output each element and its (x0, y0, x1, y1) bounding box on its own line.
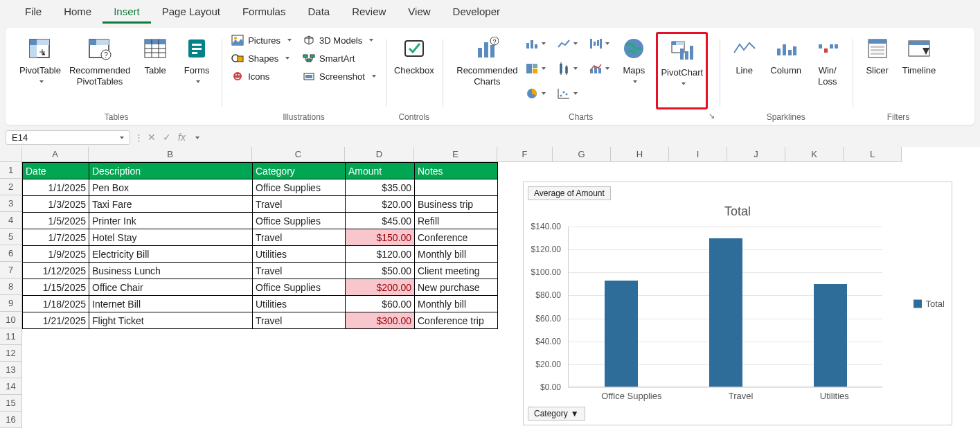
charts-dialog-launcher[interactable]: ↘ (707, 111, 717, 121)
fx-button[interactable]: fx (178, 132, 186, 143)
cells-area[interactable]: DateDescriptionCategoryAmountNotes 1/1/2… (22, 162, 980, 428)
cell[interactable]: Monthly bill (415, 296, 498, 312)
screenshot-button[interactable]: Screenshot (299, 68, 380, 85)
cell[interactable]: Internet Bill (89, 296, 253, 312)
cell[interactable]: Taxi Fare (89, 196, 253, 213)
sparkline-winloss-button[interactable]: Win/ Loss (808, 32, 847, 109)
col-header-J[interactable]: J (727, 147, 785, 162)
statistic-chart-button[interactable] (555, 57, 580, 80)
cell[interactable]: Business trip (415, 196, 498, 213)
cell[interactable]: $200.00 (346, 279, 415, 296)
table-row[interactable]: 1/7/2025Hotel StayTravel$150.00Conferenc… (23, 229, 498, 246)
shapes-button[interactable]: Shapes (227, 50, 296, 67)
row-header-8[interactable]: 8 (0, 279, 22, 295)
table-row[interactable]: 1/18/2025Internet BillUtilities$60.00Mon… (23, 296, 498, 312)
spreadsheet-grid[interactable]: ABCDEFGHIJKL 12345678910111213141516 Dat… (0, 147, 980, 433)
select-all-corner[interactable] (0, 147, 22, 162)
row-header-11[interactable]: 11 (0, 328, 22, 345)
pictures-button[interactable]: Pictures (227, 32, 296, 48)
table-row[interactable]: 1/5/2025Printer InkOffice Supplies$45.00… (23, 213, 498, 229)
menu-page-layout[interactable]: Page Layout (151, 1, 231, 24)
cell[interactable]: $20.00 (346, 196, 415, 213)
cell[interactable]: $50.00 (346, 263, 415, 279)
pivot-chart[interactable]: Average of Amount Total $0.00$20.00$40.0… (523, 182, 952, 425)
cell[interactable]: Refill (415, 213, 498, 229)
menu-review[interactable]: Review (341, 1, 397, 24)
table-row[interactable]: 1/15/2025Office ChairOffice Supplies$200… (23, 279, 498, 296)
col-header-C[interactable]: C (252, 147, 345, 162)
col-header-E[interactable]: E (414, 147, 497, 162)
cell[interactable]: $150.00 (346, 229, 415, 246)
bar-travel[interactable] (709, 238, 742, 387)
recommended-charts-button[interactable]: ? Recommended Charts (454, 32, 520, 109)
recommended-pivottables-button[interactable]: ? Recommended PivotTables (66, 32, 133, 109)
cell[interactable]: New purchase (415, 279, 498, 296)
checkbox-button[interactable]: Checkbox (391, 32, 437, 109)
cell[interactable]: 1/3/2025 (23, 196, 89, 213)
col-header-B[interactable]: B (89, 147, 252, 162)
row-header-5[interactable]: 5 (0, 229, 22, 245)
row-header-14[interactable]: 14 (0, 378, 22, 395)
3d-models-button[interactable]: 3D Models (299, 32, 380, 48)
cell[interactable]: $300.00 (346, 312, 415, 329)
row-header-4[interactable]: 4 (0, 212, 22, 229)
cell[interactable]: $120.00 (346, 246, 415, 263)
table-row[interactable]: 1/9/2025Electricity BillUtilities$120.00… (23, 246, 498, 263)
slicer-button[interactable]: Slicer (858, 32, 897, 109)
cell[interactable]: Flight Ticket (89, 312, 253, 329)
cell[interactable]: Client meeting (415, 263, 498, 279)
cell[interactable]: Travel (253, 263, 346, 279)
scatter-chart-button[interactable] (555, 82, 580, 105)
col-header-A[interactable]: A (22, 147, 89, 162)
cell[interactable]: 1/21/2025 (23, 312, 89, 329)
sparkline-column-button[interactable]: Column (767, 32, 805, 109)
cell[interactable]: Electricity Bill (89, 246, 253, 263)
cell[interactable]: Utilities (253, 246, 346, 263)
axis-field-pill[interactable]: Category ▼ (528, 407, 585, 421)
bar-utilities[interactable] (814, 284, 847, 387)
row-header-13[interactable]: 13 (0, 362, 22, 378)
cell[interactable]: Pen Box (89, 179, 253, 196)
formula-input[interactable] (204, 132, 974, 143)
col-header-G[interactable]: G (553, 147, 611, 162)
row-header-2[interactable]: 2 (0, 179, 22, 195)
values-field-pill[interactable]: Average of Amount (528, 186, 611, 200)
table-row[interactable]: 1/12/2025Business LunchTravel$50.00Clien… (23, 263, 498, 279)
cell[interactable]: $45.00 (346, 213, 415, 229)
cell[interactable]: Office Supplies (253, 179, 346, 196)
cell[interactable]: Conference trip (415, 312, 498, 329)
cell[interactable]: 1/18/2025 (23, 296, 89, 312)
combo-chart-button[interactable] (587, 57, 612, 80)
menu-formulas[interactable]: Formulas (231, 1, 297, 24)
row-header-1[interactable]: 1 (0, 162, 22, 179)
cell[interactable]: Office Chair (89, 279, 253, 296)
pie-chart-button[interactable] (523, 82, 548, 105)
table-row[interactable]: 1/21/2025Flight TicketTravel$300.00Confe… (23, 312, 498, 329)
row-header-16[interactable]: 16 (0, 412, 22, 428)
cell[interactable]: Business Lunch (89, 263, 253, 279)
row-header-6[interactable]: 6 (0, 245, 22, 262)
cell[interactable]: 1/7/2025 (23, 229, 89, 246)
icons-button[interactable]: Icons (227, 68, 296, 85)
cell[interactable]: 1/5/2025 (23, 213, 89, 229)
name-box[interactable]: E14 (6, 130, 130, 145)
hierarchy-chart-button[interactable] (523, 57, 548, 80)
pivottable-button[interactable]: PivotTable (17, 32, 64, 109)
row-header-10[interactable]: 10 (0, 312, 22, 328)
smartart-button[interactable]: SmartArt (299, 50, 380, 67)
cancel-formula-button[interactable]: ✕ (148, 132, 156, 143)
bar-office-supplies[interactable] (605, 281, 638, 387)
cell[interactable]: 1/9/2025 (23, 246, 89, 263)
cell[interactable]: Office Supplies (253, 213, 346, 229)
cell[interactable] (415, 179, 498, 196)
sparkline-line-button[interactable]: Line (725, 32, 764, 109)
col-header-H[interactable]: H (611, 147, 669, 162)
table-row[interactable]: 1/3/2025Taxi FareTravel$20.00Business tr… (23, 196, 498, 213)
menu-data[interactable]: Data (296, 1, 341, 24)
menu-developer[interactable]: Developer (442, 1, 511, 24)
row-header-7[interactable]: 7 (0, 262, 22, 279)
maps-button[interactable]: Maps (614, 32, 653, 109)
cell[interactable]: Office Supplies (253, 279, 346, 296)
timeline-button[interactable]: Timeline (900, 32, 939, 109)
menu-file[interactable]: File (14, 1, 53, 24)
